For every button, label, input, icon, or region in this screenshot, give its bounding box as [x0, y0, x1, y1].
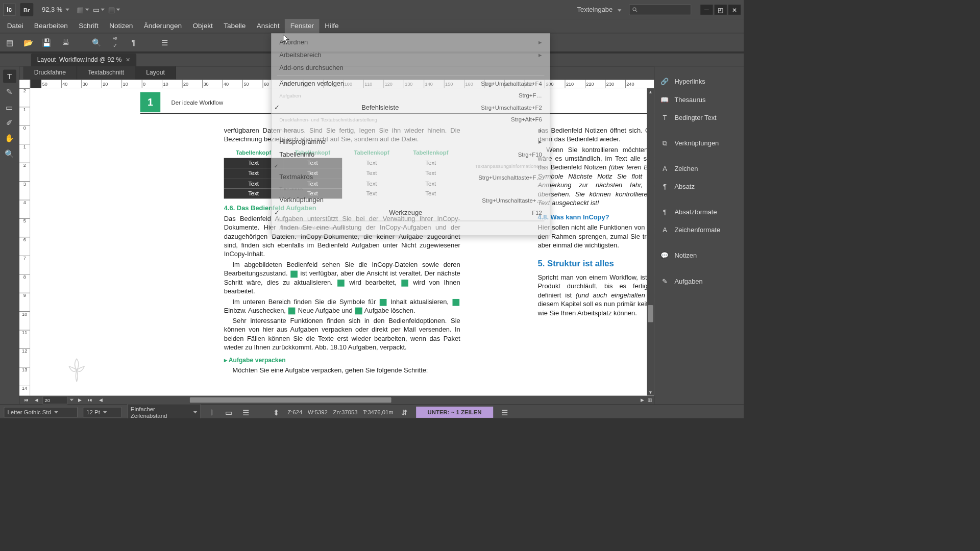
menu-hilfe[interactable]: Hilfe: [320, 19, 345, 33]
print-icon[interactable]: 🖶: [60, 37, 71, 48]
dropdown-item[interactable]: Alle Menübefehle einblenden: [272, 222, 550, 233]
chapter-heading: 5. Struktur ist alles: [537, 258, 654, 270]
first-page-icon[interactable]: ⏮: [22, 397, 30, 403]
menu-tabelle[interactable]: Tabelle: [218, 19, 252, 33]
minimize-button[interactable]: ─: [700, 5, 713, 15]
text-column-2[interactable]: das Bedienfeld Notizen öffnet sich. Gebe…: [537, 124, 654, 319]
zoom-level[interactable]: 92,3 %: [38, 4, 73, 15]
next-page-icon[interactable]: ▶: [76, 397, 84, 403]
screen-mode-icon[interactable]: ▭: [93, 4, 104, 15]
eyedropper-tool[interactable]: ✐: [3, 116, 16, 130]
menu-notizen[interactable]: Notizen: [104, 19, 139, 33]
panel-zeichenformate[interactable]: AZeichenformate: [654, 222, 744, 238]
dropdown-item[interactable]: Änderungen verfolgenStrg+Umschalttaste+F…: [272, 78, 550, 90]
open-icon[interactable]: 📂: [22, 37, 34, 48]
scroll-left-arrow[interactable]: ◀: [97, 397, 105, 403]
panel-aufgaben[interactable]: ✎Aufgaben: [654, 274, 744, 290]
dropdown-item[interactable]: Hilfsprogramme: [272, 136, 550, 148]
dropdown-item[interactable]: Anordnen: [272, 36, 550, 49]
dropdown-item[interactable]: TextmakrosStrg+Umschalttaste+F…: [272, 171, 550, 183]
dropdown-item[interactable]: WerkzeugeF12: [272, 207, 550, 219]
panel-bedingter text[interactable]: TBedingter Text: [654, 110, 744, 126]
page-dropdown-icon[interactable]: [70, 399, 74, 402]
prev-page-icon[interactable]: ◀: [33, 397, 40, 403]
dropdown-label: Textmakros: [279, 173, 313, 181]
dropdown-item[interactable]: Arbeitsbereich: [272, 49, 550, 62]
panel-notizen[interactable]: 💬Notizen: [654, 248, 744, 264]
dropdown-item[interactable]: Druckfahnen- und Textabschnittsdarstellu…: [272, 114, 550, 125]
font-family-field[interactable]: Letter Gothic Std: [4, 407, 78, 417]
menu-datei[interactable]: Datei: [2, 19, 29, 33]
menu-ansicht[interactable]: Ansicht: [251, 19, 285, 33]
panel-zeichen[interactable]: AZeichen: [654, 161, 744, 177]
close-button[interactable]: ✕: [728, 5, 741, 15]
spellcheck-icon[interactable]: ᴬᴮ✓: [109, 37, 121, 48]
align-icon[interactable]: ▭: [223, 407, 235, 418]
dropdown-item[interactable]: Textanpassungsinformationen: [272, 161, 550, 171]
app-badge: Ic: [3, 4, 15, 16]
dropdown-label: Anordnen: [279, 39, 308, 46]
panel-absatz[interactable]: ¶Absatz: [654, 179, 744, 194]
note-tool[interactable]: ✎: [3, 85, 16, 98]
leading-field[interactable]: Einfacher Zeilenabstand: [127, 404, 201, 418]
dropdown-item[interactable]: Thesaurus: [272, 184, 550, 194]
dropdown-shortcut: Strg+F10: [518, 151, 542, 158]
panel-verknüpfungen[interactable]: ⧉Verknüpfungen: [654, 136, 744, 151]
body-text: Sehr interessante Funktionen finden sich…: [224, 317, 460, 353]
find-icon[interactable]: 🔍: [91, 37, 103, 48]
menu-schrift[interactable]: Schrift: [74, 19, 104, 33]
columns-icon[interactable]: ⫿: [206, 407, 218, 418]
list-icon[interactable]: ☰: [159, 37, 170, 48]
arrange-icon[interactable]: ▤: [109, 4, 119, 15]
position-tool[interactable]: ▭: [3, 101, 16, 114]
save-icon[interactable]: 💾: [41, 37, 53, 48]
panel-thesaurus[interactable]: 📖Thesaurus: [654, 92, 744, 108]
page-number-input[interactable]: [42, 396, 67, 404]
type-tool[interactable]: T: [3, 70, 16, 83]
menu-objekt[interactable]: Objekt: [187, 19, 218, 33]
menu-icon[interactable]: ☰: [499, 407, 510, 418]
scroll-up-arrow[interactable]: ▲: [647, 88, 654, 95]
hand-tool[interactable]: ✋: [3, 132, 16, 145]
panel-absatzformate[interactable]: ¶Absatzformate: [654, 205, 744, 220]
hscroll-track[interactable]: [105, 397, 639, 403]
pilcrow-icon[interactable]: ¶: [128, 37, 139, 48]
menu-fenster[interactable]: Fenster: [285, 19, 320, 33]
dropdown-item[interactable]: BefehlsleisteStrg+Umschalttaste+F2: [272, 101, 550, 114]
search-input[interactable]: [629, 4, 691, 15]
dropdown-item[interactable]: Formate: [272, 125, 550, 135]
stats-icon[interactable]: ⬍: [271, 407, 282, 418]
justify-icon[interactable]: ☰: [240, 407, 252, 418]
menu-bearbeiten[interactable]: Bearbeiten: [29, 19, 73, 33]
panel-hyperlinks[interactable]: 🔗Hyperlinks: [654, 73, 744, 89]
dropdown-item[interactable]: VerknüpfungenStrg+Umschalttaste+…: [272, 194, 550, 206]
scroll-right-arrow[interactable]: ▶: [639, 397, 646, 403]
tab-layout[interactable]: Layout: [135, 66, 176, 80]
hscroll-thumb[interactable]: [190, 397, 391, 403]
dropdown-item[interactable]: TabelleninfoStrg+F10: [272, 148, 550, 161]
tab-druckfahne[interactable]: Druckfahne: [23, 66, 77, 80]
menu-aenderungen[interactable]: Änderungen: [138, 19, 187, 33]
close-tab-icon[interactable]: ✕: [126, 57, 130, 63]
bridge-badge[interactable]: Br: [20, 3, 33, 16]
split-view-icon[interactable]: ▥: [646, 397, 654, 403]
dropdown-item[interactable]: Add-ons durchsuchen: [272, 62, 550, 74]
dropdown-label: Werkzeuge: [389, 209, 422, 216]
vertical-scrollbar[interactable]: ▲ ▼: [647, 88, 654, 396]
copyfit-icon[interactable]: ⇵: [399, 407, 410, 418]
watermark-icon: [54, 351, 100, 390]
panel-icon: ¶: [660, 208, 669, 216]
new-document-icon[interactable]: ▤: [4, 37, 16, 48]
last-page-icon[interactable]: ⏭: [86, 397, 93, 403]
maximize-button[interactable]: ◰: [715, 5, 727, 15]
tab-textabschnitt[interactable]: Textabschnitt: [77, 66, 135, 80]
font-size-field[interactable]: 12 Pt: [83, 407, 121, 417]
scroll-thumb[interactable]: [648, 305, 653, 322]
scroll-down-arrow[interactable]: ▼: [647, 389, 654, 396]
document-tab[interactable]: Layout_Workflow.indd @ 92 % ✕: [31, 54, 136, 67]
view-options-icon[interactable]: ▦: [78, 4, 89, 15]
body-text: Hier sollen nicht alle Funktionen von In…: [537, 223, 654, 250]
workspace-switcher[interactable]: Texteingabe: [574, 6, 625, 13]
dropdown-item[interactable]: AufgabenStrg+F…: [272, 90, 550, 101]
zoom-tool[interactable]: 🔍: [3, 147, 16, 160]
